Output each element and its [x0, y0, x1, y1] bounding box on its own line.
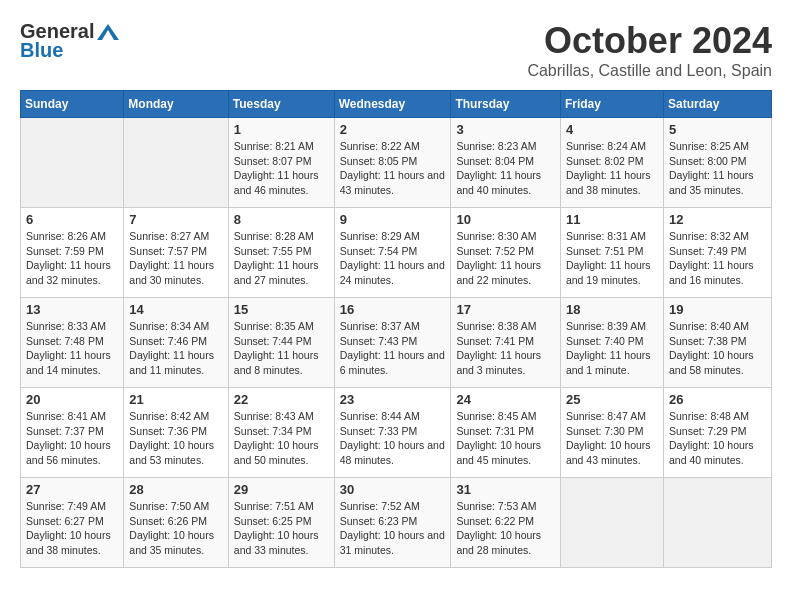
- calendar-cell: 13Sunrise: 8:33 AM Sunset: 7:48 PM Dayli…: [21, 298, 124, 388]
- calendar-cell: 28Sunrise: 7:50 AM Sunset: 6:26 PM Dayli…: [124, 478, 228, 568]
- day-info: Sunrise: 8:29 AM Sunset: 7:54 PM Dayligh…: [340, 229, 446, 288]
- calendar-cell: 7Sunrise: 8:27 AM Sunset: 7:57 PM Daylig…: [124, 208, 228, 298]
- day-number: 26: [669, 392, 766, 407]
- calendar-cell: 18Sunrise: 8:39 AM Sunset: 7:40 PM Dayli…: [560, 298, 663, 388]
- day-number: 10: [456, 212, 555, 227]
- calendar-cell: 21Sunrise: 8:42 AM Sunset: 7:36 PM Dayli…: [124, 388, 228, 478]
- day-info: Sunrise: 7:53 AM Sunset: 6:22 PM Dayligh…: [456, 499, 555, 558]
- day-number: 25: [566, 392, 658, 407]
- day-number: 16: [340, 302, 446, 317]
- day-number: 21: [129, 392, 222, 407]
- day-number: 31: [456, 482, 555, 497]
- day-number: 15: [234, 302, 329, 317]
- day-info: Sunrise: 8:27 AM Sunset: 7:57 PM Dayligh…: [129, 229, 222, 288]
- day-info: Sunrise: 8:21 AM Sunset: 8:07 PM Dayligh…: [234, 139, 329, 198]
- calendar-cell: 20Sunrise: 8:41 AM Sunset: 7:37 PM Dayli…: [21, 388, 124, 478]
- calendar-cell: 23Sunrise: 8:44 AM Sunset: 7:33 PM Dayli…: [334, 388, 451, 478]
- day-number: 2: [340, 122, 446, 137]
- day-number: 9: [340, 212, 446, 227]
- day-info: Sunrise: 8:42 AM Sunset: 7:36 PM Dayligh…: [129, 409, 222, 468]
- calendar-cell: 11Sunrise: 8:31 AM Sunset: 7:51 PM Dayli…: [560, 208, 663, 298]
- week-row-2: 6Sunrise: 8:26 AM Sunset: 7:59 PM Daylig…: [21, 208, 772, 298]
- calendar-cell: 27Sunrise: 7:49 AM Sunset: 6:27 PM Dayli…: [21, 478, 124, 568]
- day-number: 7: [129, 212, 222, 227]
- day-number: 19: [669, 302, 766, 317]
- calendar-cell: [124, 118, 228, 208]
- day-info: Sunrise: 7:50 AM Sunset: 6:26 PM Dayligh…: [129, 499, 222, 558]
- calendar-cell: 2Sunrise: 8:22 AM Sunset: 8:05 PM Daylig…: [334, 118, 451, 208]
- header-day-monday: Monday: [124, 91, 228, 118]
- day-info: Sunrise: 8:47 AM Sunset: 7:30 PM Dayligh…: [566, 409, 658, 468]
- day-info: Sunrise: 8:22 AM Sunset: 8:05 PM Dayligh…: [340, 139, 446, 198]
- header-day-friday: Friday: [560, 91, 663, 118]
- week-row-1: 1Sunrise: 8:21 AM Sunset: 8:07 PM Daylig…: [21, 118, 772, 208]
- day-number: 8: [234, 212, 329, 227]
- day-info: Sunrise: 8:34 AM Sunset: 7:46 PM Dayligh…: [129, 319, 222, 378]
- calendar-cell: 5Sunrise: 8:25 AM Sunset: 8:00 PM Daylig…: [663, 118, 771, 208]
- day-number: 28: [129, 482, 222, 497]
- day-number: 22: [234, 392, 329, 407]
- day-number: 1: [234, 122, 329, 137]
- day-number: 13: [26, 302, 118, 317]
- day-info: Sunrise: 8:48 AM Sunset: 7:29 PM Dayligh…: [669, 409, 766, 468]
- calendar-cell: 29Sunrise: 7:51 AM Sunset: 6:25 PM Dayli…: [228, 478, 334, 568]
- calendar-cell: 25Sunrise: 8:47 AM Sunset: 7:30 PM Dayli…: [560, 388, 663, 478]
- header-day-sunday: Sunday: [21, 91, 124, 118]
- calendar-cell: 3Sunrise: 8:23 AM Sunset: 8:04 PM Daylig…: [451, 118, 561, 208]
- calendar-cell: 22Sunrise: 8:43 AM Sunset: 7:34 PM Dayli…: [228, 388, 334, 478]
- header-day-tuesday: Tuesday: [228, 91, 334, 118]
- calendar-cell: 24Sunrise: 8:45 AM Sunset: 7:31 PM Dayli…: [451, 388, 561, 478]
- day-number: 30: [340, 482, 446, 497]
- day-info: Sunrise: 8:44 AM Sunset: 7:33 PM Dayligh…: [340, 409, 446, 468]
- calendar-cell: 4Sunrise: 8:24 AM Sunset: 8:02 PM Daylig…: [560, 118, 663, 208]
- day-info: Sunrise: 7:52 AM Sunset: 6:23 PM Dayligh…: [340, 499, 446, 558]
- calendar-cell: [663, 478, 771, 568]
- day-info: Sunrise: 8:23 AM Sunset: 8:04 PM Dayligh…: [456, 139, 555, 198]
- calendar-cell: 17Sunrise: 8:38 AM Sunset: 7:41 PM Dayli…: [451, 298, 561, 388]
- day-number: 20: [26, 392, 118, 407]
- day-number: 12: [669, 212, 766, 227]
- day-number: 11: [566, 212, 658, 227]
- header-day-wednesday: Wednesday: [334, 91, 451, 118]
- calendar-cell: [560, 478, 663, 568]
- day-number: 27: [26, 482, 118, 497]
- day-info: Sunrise: 8:45 AM Sunset: 7:31 PM Dayligh…: [456, 409, 555, 468]
- calendar-cell: 15Sunrise: 8:35 AM Sunset: 7:44 PM Dayli…: [228, 298, 334, 388]
- calendar-cell: 19Sunrise: 8:40 AM Sunset: 7:38 PM Dayli…: [663, 298, 771, 388]
- day-number: 24: [456, 392, 555, 407]
- day-info: Sunrise: 8:28 AM Sunset: 7:55 PM Dayligh…: [234, 229, 329, 288]
- day-number: 3: [456, 122, 555, 137]
- calendar-table: SundayMondayTuesdayWednesdayThursdayFrid…: [20, 90, 772, 568]
- calendar-cell: 12Sunrise: 8:32 AM Sunset: 7:49 PM Dayli…: [663, 208, 771, 298]
- logo-blue: Blue: [20, 39, 63, 62]
- month-title: October 2024: [527, 20, 772, 62]
- logo-icon: [97, 24, 119, 40]
- day-info: Sunrise: 8:40 AM Sunset: 7:38 PM Dayligh…: [669, 319, 766, 378]
- day-info: Sunrise: 7:51 AM Sunset: 6:25 PM Dayligh…: [234, 499, 329, 558]
- calendar-cell: 31Sunrise: 7:53 AM Sunset: 6:22 PM Dayli…: [451, 478, 561, 568]
- day-number: 29: [234, 482, 329, 497]
- day-info: Sunrise: 8:37 AM Sunset: 7:43 PM Dayligh…: [340, 319, 446, 378]
- day-info: Sunrise: 8:32 AM Sunset: 7:49 PM Dayligh…: [669, 229, 766, 288]
- day-number: 4: [566, 122, 658, 137]
- day-info: Sunrise: 8:24 AM Sunset: 8:02 PM Dayligh…: [566, 139, 658, 198]
- day-number: 5: [669, 122, 766, 137]
- day-info: Sunrise: 8:39 AM Sunset: 7:40 PM Dayligh…: [566, 319, 658, 378]
- day-info: Sunrise: 7:49 AM Sunset: 6:27 PM Dayligh…: [26, 499, 118, 558]
- week-row-3: 13Sunrise: 8:33 AM Sunset: 7:48 PM Dayli…: [21, 298, 772, 388]
- calendar-cell: [21, 118, 124, 208]
- header: General Blue October 2024 Cabrillas, Cas…: [20, 20, 772, 80]
- day-number: 6: [26, 212, 118, 227]
- day-info: Sunrise: 8:38 AM Sunset: 7:41 PM Dayligh…: [456, 319, 555, 378]
- calendar-cell: 1Sunrise: 8:21 AM Sunset: 8:07 PM Daylig…: [228, 118, 334, 208]
- calendar-cell: 26Sunrise: 8:48 AM Sunset: 7:29 PM Dayli…: [663, 388, 771, 478]
- day-info: Sunrise: 8:33 AM Sunset: 7:48 PM Dayligh…: [26, 319, 118, 378]
- day-number: 23: [340, 392, 446, 407]
- day-info: Sunrise: 8:43 AM Sunset: 7:34 PM Dayligh…: [234, 409, 329, 468]
- title-section: October 2024 Cabrillas, Castille and Leo…: [527, 20, 772, 80]
- day-info: Sunrise: 8:30 AM Sunset: 7:52 PM Dayligh…: [456, 229, 555, 288]
- calendar-cell: 6Sunrise: 8:26 AM Sunset: 7:59 PM Daylig…: [21, 208, 124, 298]
- calendar-header: SundayMondayTuesdayWednesdayThursdayFrid…: [21, 91, 772, 118]
- header-day-thursday: Thursday: [451, 91, 561, 118]
- header-day-saturday: Saturday: [663, 91, 771, 118]
